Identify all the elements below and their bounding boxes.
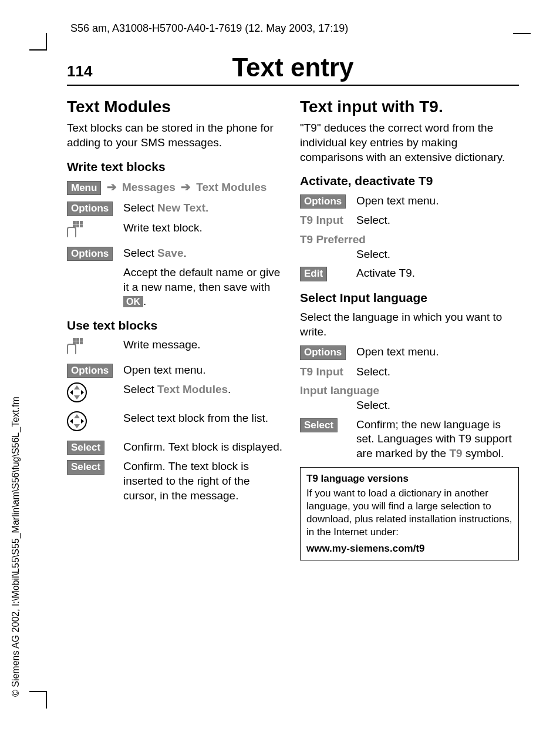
step-text: Confirm. Text block is displayed. (123, 440, 286, 455)
step-row: Options Open text menu. (300, 194, 519, 209)
step-text: Confirm; the new language is set. Langua… (356, 418, 519, 461)
step-text: Activate T9. (356, 266, 519, 281)
step-row: Select Confirm. Text block is displayed. (67, 440, 286, 455)
step-row: Options Select Save. (67, 246, 286, 261)
step-text: Select Text Modules. (123, 382, 286, 397)
info-box-url: www.my-siemens.com/t9 (306, 542, 512, 555)
t9-intro: "T9" deduces the correct word from the i… (300, 121, 519, 164)
info-box-t9-versions: T9 language versions If you want to load… (300, 467, 519, 561)
step-text: Confirm. The text block is inserted to t… (123, 459, 286, 503)
crop-mark-tr (513, 33, 531, 34)
arrow-icon: ➔ (107, 180, 117, 193)
label-t9-input: T9 Input (300, 365, 356, 380)
nav-key-icon (67, 411, 87, 431)
crop-mark-bl (29, 691, 47, 709)
heading-activate-t9: Activate, deactivate T9 (300, 173, 519, 189)
step-row: Options Open text menu. (67, 363, 286, 378)
page-title: Text entry (114, 53, 519, 82)
right-column: Text input with T9. "T9" deduces the cor… (300, 96, 519, 560)
heading-use-blocks: Use text blocks (67, 317, 286, 333)
label-t9-input: T9 Input (300, 213, 356, 228)
step-row: Select Confirm; the new language is set.… (300, 418, 519, 461)
heading-write-blocks: Write text blocks (67, 159, 286, 174)
info-box-title: T9 language versions (306, 472, 512, 485)
step-row: Write text block. (67, 221, 286, 241)
step-text: Open text menu. (356, 194, 519, 209)
keypad-icon (67, 221, 83, 237)
step-text: Accept the default name or give it a new… (123, 266, 286, 309)
options-softkey: Options (67, 202, 113, 216)
copyright-text: © Siemens AG 2002, I:\Mobil\L55\S55_Marl… (11, 397, 21, 697)
step-text: Select text block from the list. (123, 411, 286, 426)
left-column: Text Modules Text blocks can be stored i… (67, 96, 286, 560)
step-row: Options Open text menu. (300, 345, 519, 360)
step-row: T9 Preferred Select. (300, 233, 519, 261)
options-softkey: Options (67, 364, 113, 378)
select-softkey: Select (67, 441, 104, 455)
step-row: T9 Input Select. (300, 213, 519, 228)
step-row: Input language Select. (300, 384, 519, 412)
page-header: 114 Text entry (67, 53, 519, 86)
keypad-icon (67, 338, 83, 354)
menu-softkey: Menu (67, 181, 101, 195)
step-text: Select. (356, 213, 519, 228)
step-text: Open text menu. (356, 345, 519, 360)
step-row: T9 Input Select. (300, 365, 519, 380)
edit-softkey: Edit (300, 267, 327, 281)
step-text: Select. (356, 365, 519, 380)
nav-text-modules: Text Modules (196, 181, 266, 193)
options-softkey: Options (67, 247, 113, 261)
step-text: Write message. (123, 338, 286, 352)
menu-path: Menu ➔ Messages ➔ Text Modules (67, 179, 286, 195)
nav-key-icon (67, 382, 87, 402)
step-row: Accept the default name or give it a new… (67, 266, 286, 309)
step-row: Select Text Modules. (67, 382, 286, 407)
ok-softkey: OK (123, 296, 143, 307)
text-modules-intro: Text blocks can be stored in the phone f… (67, 121, 286, 150)
step-row: Select Confirm. The text block is insert… (67, 459, 286, 503)
step-row: Select text block from the list. (67, 411, 286, 435)
step-text: Select New Text. (123, 201, 286, 216)
step-row: Write message. (67, 338, 286, 358)
options-softkey: Options (300, 345, 346, 360)
options-softkey: Options (300, 194, 346, 209)
select-softkey: Select (67, 460, 104, 474)
crop-mark-tl (29, 33, 47, 51)
page-number: 114 (67, 62, 114, 80)
heading-t9: Text input with T9. (300, 96, 519, 117)
step-text: Select Save. (123, 246, 286, 261)
step-row: Edit Activate T9. (300, 266, 519, 281)
step-text: Select. (300, 247, 519, 262)
select-softkey: Select (300, 418, 338, 432)
nav-messages: Messages (122, 181, 176, 193)
step-text: Open text menu. (123, 363, 286, 378)
step-text: Write text block. (123, 221, 286, 236)
step-row: Options Select New Text. (67, 201, 286, 216)
step-text: Select. (300, 398, 519, 413)
select-lang-intro: Select the language in which you want to… (300, 310, 519, 339)
label-t9-preferred: T9 Preferred (300, 233, 519, 247)
heading-select-lang: Select Input language (300, 290, 519, 305)
heading-text-modules: Text Modules (67, 96, 286, 117)
header-meta: S56 am, A31008-H5700-A40-1-7619 (12. May… (70, 22, 348, 35)
arrow-icon: ➔ (181, 180, 191, 193)
info-box-body: If you want to load a dictionary in anot… (306, 487, 512, 539)
label-input-language: Input language (300, 384, 519, 398)
